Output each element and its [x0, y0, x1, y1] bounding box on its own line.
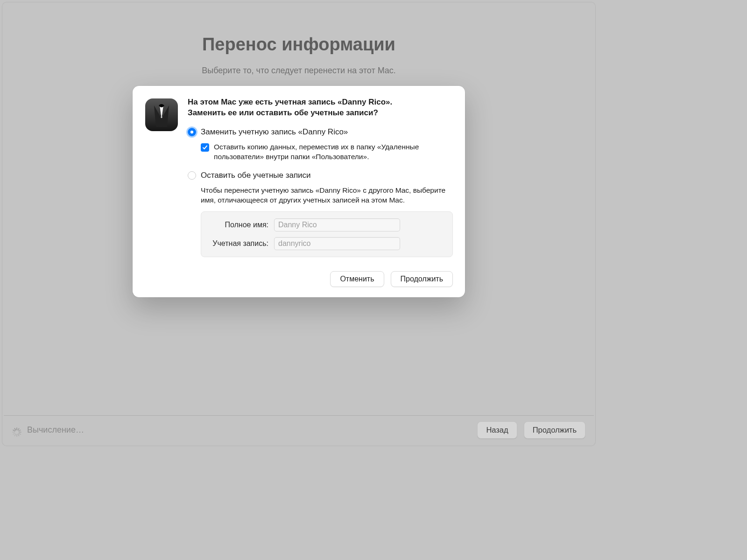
full-name-label: Полное имя:: [206, 221, 274, 229]
back-button[interactable]: Назад: [477, 421, 517, 439]
svg-point-2: [161, 116, 162, 118]
account-name-field[interactable]: [274, 237, 400, 250]
footer-continue-button[interactable]: Продолжить: [524, 421, 585, 439]
account-conflict-dialog: На этом Mac уже есть учетная запись «Dan…: [133, 86, 465, 297]
footer-status: Вычисление…: [27, 425, 84, 435]
page-title: Перенос информации: [2, 35, 596, 55]
account-name-label: Учетная запись:: [206, 239, 274, 248]
radio-replace-account[interactable]: [188, 128, 196, 136]
tuxedo-icon: [145, 98, 178, 257]
keep-both-info: Чтобы перенести учетную запись «Danny Ri…: [201, 186, 453, 205]
continue-button[interactable]: Продолжить: [391, 271, 453, 287]
radio-keep-both[interactable]: [188, 171, 196, 180]
page-subtitle: Выберите то, что следует перенести на эт…: [2, 66, 596, 76]
account-name-panel: Полное имя: Учетная запись:: [201, 211, 453, 257]
radio-replace-account-label: Заменить учетную запись «Danny Rico»: [201, 127, 348, 138]
svg-point-1: [161, 113, 162, 114]
radio-keep-both-label: Оставить обе учетные записи: [201, 170, 311, 181]
cancel-button[interactable]: Отменить: [330, 271, 384, 287]
spinner-icon: [12, 426, 21, 435]
dialog-heading: На этом Mac уже есть учетная запись «Dan…: [188, 97, 453, 119]
setup-assistant-window: Перенос информации Выберите то, что след…: [2, 2, 596, 446]
checkbox-keep-copy[interactable]: [201, 143, 209, 152]
dialog-heading-line1: На этом Mac уже есть учетная запись «Dan…: [188, 98, 392, 106]
footer-bar: Вычисление… Назад Продолжить: [4, 415, 594, 444]
dialog-heading-line2: Заменить ее или оставить обе учетные зап…: [188, 108, 378, 117]
checkbox-keep-copy-label: Оставить копию данных, переместив их в п…: [214, 142, 453, 162]
full-name-field[interactable]: [274, 218, 400, 231]
